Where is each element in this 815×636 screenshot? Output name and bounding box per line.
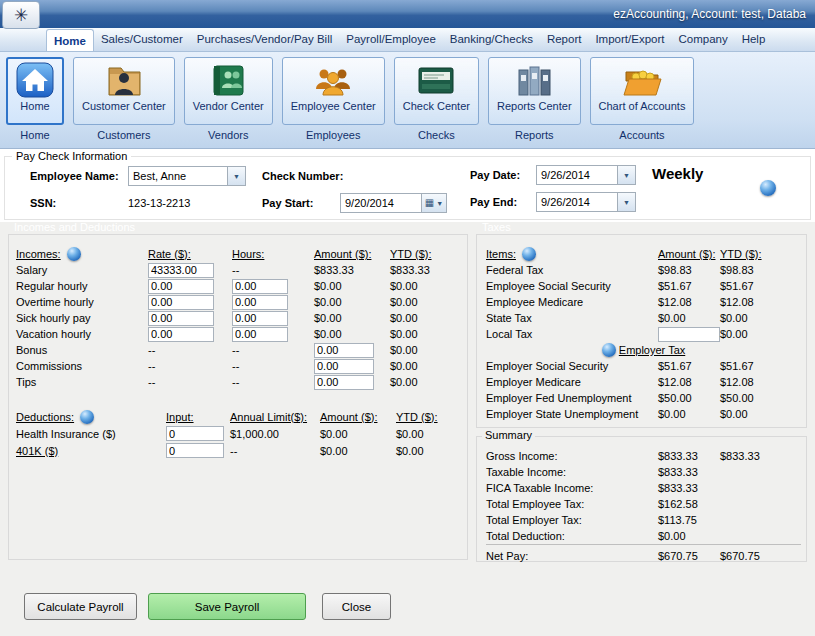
help-globe-icon[interactable]: [67, 247, 81, 261]
salary-rate-input[interactable]: [148, 263, 214, 278]
deductions-table: Deductions: Input: Annual Limit($): Amou…: [16, 408, 466, 459]
save-payroll-button[interactable]: Save Payroll: [148, 593, 306, 620]
regular-hours-input[interactable]: [232, 279, 288, 294]
local-tax-input[interactable]: [658, 327, 720, 342]
pay-date-combo[interactable]: 9/26/2014 ▼: [536, 165, 636, 185]
toolbar-check-center: Check Center Checks: [394, 57, 479, 141]
check-number-label: Check Number:: [262, 170, 343, 182]
tax-row-ytd: $12.08: [720, 376, 801, 388]
tax-row-ytd: $0.00: [720, 328, 801, 340]
tab-payroll-employee[interactable]: Payroll/Employee: [339, 28, 442, 51]
pay-start-datepicker[interactable]: 9/20/2014 ▦▼: [340, 193, 447, 213]
vacation-hours-input[interactable]: [232, 327, 288, 342]
overtime-rate-input[interactable]: [148, 295, 214, 310]
chevron-down-icon[interactable]: ▼: [617, 166, 635, 184]
help-globe-icon[interactable]: [760, 180, 776, 196]
income-row-amount: $0.00: [314, 280, 390, 292]
tab-report[interactable]: Report: [540, 28, 589, 51]
toolbar-employee-center: Employee Center Employees: [282, 57, 385, 141]
close-button[interactable]: Close: [322, 593, 391, 620]
chart-of-accounts-button[interactable]: Chart of Accounts: [590, 57, 695, 125]
chevron-down-icon[interactable]: ▼: [227, 167, 245, 185]
summary-row-amount: $162.58: [658, 496, 720, 512]
tab-help[interactable]: Help: [735, 28, 773, 51]
app-logo-icon[interactable]: ✳: [2, 1, 40, 29]
income-row-label: Overtime hourly: [16, 296, 148, 308]
help-globe-icon[interactable]: [602, 343, 616, 357]
health-insurance-input[interactable]: [166, 426, 224, 441]
checks-icon: [414, 61, 458, 99]
customer-center-button[interactable]: Customer Center: [73, 57, 175, 125]
sick-hours-input[interactable]: [232, 311, 288, 326]
income-row-label: Commissions: [16, 360, 148, 372]
commissions-amount-input[interactable]: [314, 359, 374, 374]
chevron-down-icon[interactable]: ▼: [617, 193, 635, 211]
tax-row-label: Local Tax: [486, 328, 658, 340]
tab-sales-customer[interactable]: Sales/Customer: [94, 28, 190, 51]
help-globe-icon[interactable]: [80, 410, 94, 424]
pay-end-combo[interactable]: 9/26/2014 ▼: [536, 192, 636, 212]
calendar-dropdown-button[interactable]: ▦▼: [421, 194, 446, 212]
vendor-center-button[interactable]: Vendor Center: [184, 57, 273, 125]
tab-company[interactable]: Company: [671, 28, 734, 51]
summary-row-label: Gross Income:: [486, 448, 658, 464]
k401-input[interactable]: [166, 443, 224, 458]
reports-center-button[interactable]: Reports Center: [488, 57, 581, 125]
tax-row-amount: $50.00: [658, 392, 720, 404]
summary-table: Gross Income: $833.33 $833.33 Taxable In…: [486, 448, 801, 564]
sick-rate-input[interactable]: [148, 311, 214, 326]
check-number-input[interactable]: [352, 166, 456, 186]
tab-banking-checks[interactable]: Banking/Checks: [443, 28, 540, 51]
col-header-amount: Amount ($):: [320, 411, 396, 423]
calendar-icon: ▦: [425, 198, 434, 208]
tips-amount-input[interactable]: [314, 375, 374, 390]
summary-row-amount: $0.00: [658, 528, 720, 544]
toolbar-label: Customers: [97, 129, 150, 141]
employee-name-label: Employee Name:: [30, 170, 119, 182]
tab-home[interactable]: Home: [46, 29, 94, 51]
vendors-icon: [206, 61, 250, 99]
tax-row-amount: $98.83: [658, 264, 720, 276]
vacation-rate-input[interactable]: [148, 327, 214, 342]
ssn-label: SSN:: [30, 197, 56, 209]
regular-rate-input[interactable]: [148, 279, 214, 294]
toolbar-caption: Home: [20, 100, 49, 112]
tax-row-label: Employee Medicare: [486, 296, 658, 308]
tab-import-export[interactable]: Import/Export: [588, 28, 671, 51]
tax-row-label: Employer Medicare: [486, 376, 658, 388]
deduction-row-annual-limit: --: [230, 445, 320, 457]
overtime-hours-input[interactable]: [232, 295, 288, 310]
pay-frequency-label: Weekly: [652, 165, 703, 182]
tab-purchases-vendor-pay-bill[interactable]: Purchases/Vendor/Pay Bill: [190, 28, 340, 51]
income-row-rate: --: [148, 376, 232, 388]
tax-row-label: Employer Social Security: [486, 360, 658, 372]
tax-row-label: Employer State Unemployment: [486, 408, 658, 420]
income-row-hours: --: [232, 264, 314, 276]
employee-name-value: Best, Anne: [129, 170, 227, 182]
summary-row-ytd: $833.33: [720, 448, 801, 464]
calculate-payroll-button[interactable]: Calculate Payroll: [24, 593, 137, 620]
col-header-deductions: Deductions:: [16, 410, 166, 424]
income-row-ytd: $0.00: [390, 296, 460, 308]
employee-center-button[interactable]: Employee Center: [282, 57, 385, 125]
summary-row-amount: $833.33: [658, 464, 720, 480]
toolbar-customer-center: Customer Center Customers: [73, 57, 175, 141]
col-header-input: Input:: [166, 411, 230, 423]
income-row-ytd: $0.00: [390, 328, 460, 340]
help-globe-icon[interactable]: [522, 247, 536, 261]
check-center-button[interactable]: Check Center: [394, 57, 479, 125]
toolbar-chart-of-accounts: Chart of Accounts Accounts: [590, 57, 695, 141]
summary-row-label: Total Employee Tax:: [486, 496, 658, 512]
home-button[interactable]: Home: [6, 57, 64, 125]
col-header-incomes: Incomes:: [16, 247, 148, 261]
toolbar-label: Accounts: [619, 129, 664, 141]
pay-start-value: 9/20/2014: [341, 197, 421, 209]
income-row-label: Regular hourly: [16, 280, 148, 292]
toolbar-label: Checks: [418, 129, 455, 141]
income-row-label: Bonus: [16, 344, 148, 356]
bonus-amount-input[interactable]: [314, 343, 374, 358]
tax-row-amount: $0.00: [658, 312, 720, 324]
tax-row-ytd: $0.00: [720, 408, 801, 420]
deduction-401k-link[interactable]: 401K ($): [16, 445, 166, 457]
employee-name-combo[interactable]: Best, Anne ▼: [128, 166, 246, 186]
